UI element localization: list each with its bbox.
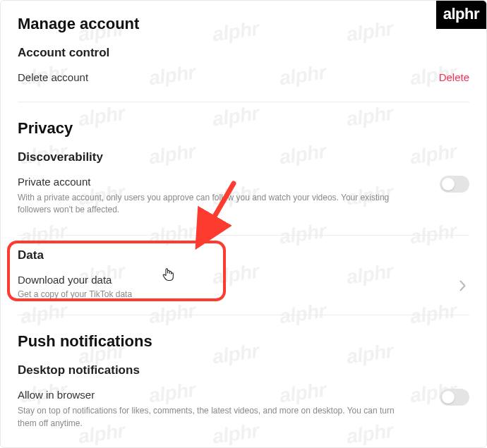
private-account-row: Private account With a private account, … xyxy=(18,173,469,225)
data-title: Data xyxy=(18,248,469,262)
allow-browser-label: Allow in browser xyxy=(18,389,440,401)
allow-browser-toggle[interactable] xyxy=(440,389,469,406)
private-account-toggle[interactable] xyxy=(440,176,469,193)
privacy-section: Privacy Discoverability Private account … xyxy=(18,119,469,302)
account-control-title: Account control xyxy=(18,46,469,60)
push-title: Push notifications xyxy=(18,332,469,351)
manage-account-title: Manage account xyxy=(18,15,469,33)
chevron-right-icon xyxy=(459,279,469,295)
divider xyxy=(18,235,469,236)
download-data-label: Download your data xyxy=(18,274,459,286)
allow-browser-row: Allow in browser Stay on top of notifica… xyxy=(18,386,469,438)
brand-logo: alphr xyxy=(436,1,486,29)
manage-account-section: Manage account Account control Delete ac… xyxy=(18,15,469,92)
discoverability-title: Discoverability xyxy=(18,150,469,164)
privacy-title: Privacy xyxy=(18,119,469,138)
download-data-row[interactable]: Download your data Get a copy of your Ti… xyxy=(18,271,469,302)
delete-account-row: Delete account Delete xyxy=(18,68,469,92)
divider xyxy=(18,315,469,315)
private-account-label: Private account xyxy=(18,176,440,188)
push-notifications-section: Push notifications Desktop notifications… xyxy=(18,332,469,438)
allow-browser-desc: Stay on top of notifications for likes, … xyxy=(18,405,413,430)
delete-account-label: Delete account xyxy=(18,71,88,83)
divider xyxy=(18,102,469,102)
private-account-desc: With a private account, only users you a… xyxy=(18,192,413,217)
desktop-notif-title: Desktop notifications xyxy=(18,363,469,377)
delete-button[interactable]: Delete xyxy=(439,71,469,83)
download-data-desc: Get a copy of your TikTok data xyxy=(18,289,413,301)
